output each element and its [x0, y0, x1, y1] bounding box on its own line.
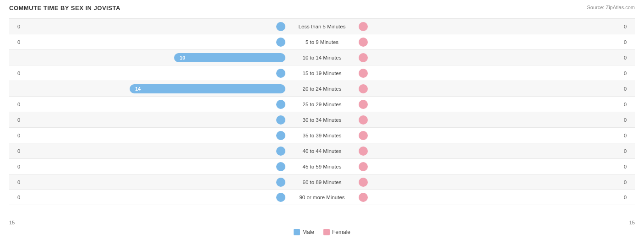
female-bar [359, 100, 368, 109]
row-label: 35 to 39 Minutes [285, 133, 359, 138]
female-value: 0 [622, 24, 635, 29]
row-label: 90 or more Minutes [285, 195, 359, 200]
female-bar [359, 84, 368, 93]
row-label: 20 to 24 Minutes [285, 86, 359, 92]
female-bar [359, 22, 368, 31]
female-bar-wrap [359, 177, 622, 187]
chart-row: 0 35 to 39 Minutes 0 [9, 127, 635, 143]
male-value: 0 [9, 164, 22, 169]
chart-title: COMMUTE TIME BY SEX IN JOVISTA [9, 5, 120, 11]
female-bar [359, 178, 368, 187]
row-inner: 10 10 to 14 Minutes 0 [9, 50, 635, 65]
row-label: 60 to 89 Minutes [285, 179, 359, 185]
chart-row: 0 Less than 5 Minutes 0 [9, 18, 635, 34]
female-bar-wrap [359, 53, 622, 63]
row-label: 15 to 19 Minutes [285, 71, 359, 76]
male-bar-wrap [22, 146, 285, 156]
male-bar-wrap [22, 22, 285, 32]
female-bar-wrap [359, 146, 622, 156]
female-value: 0 [622, 55, 635, 60]
female-bar-wrap [359, 84, 622, 94]
female-bar [359, 193, 368, 202]
female-bar [359, 38, 368, 47]
female-value: 0 [622, 164, 635, 169]
female-value: 0 [622, 86, 635, 92]
male-bar [276, 100, 285, 109]
male-bar [276, 162, 285, 171]
chart-row: 10 10 to 14 Minutes 0 [9, 49, 635, 65]
chart-row: 14 20 to 24 Minutes 0 [9, 81, 635, 96]
axis-left: 15 [9, 220, 15, 225]
male-value: 0 [9, 102, 22, 107]
row-inner: 0 90 or more Minutes 0 [9, 190, 635, 205]
male-bar-wrap [22, 177, 285, 187]
male-bar-wrap [22, 37, 285, 47]
male-bar: 10 [174, 53, 285, 62]
male-bar [276, 193, 285, 202]
female-value: 0 [622, 102, 635, 107]
female-bar [359, 147, 368, 156]
legend-female-box [323, 229, 330, 235]
female-bar-wrap [359, 130, 622, 141]
male-value: 0 [9, 24, 22, 29]
female-value: 0 [622, 195, 635, 200]
male-value: 0 [9, 195, 22, 200]
chart-row: 0 45 to 59 Minutes 0 [9, 158, 635, 174]
chart-row: 0 15 to 19 Minutes 0 [9, 65, 635, 81]
male-value: 0 [9, 39, 22, 45]
female-value: 0 [622, 71, 635, 76]
chart-row: 0 60 to 89 Minutes 0 [9, 174, 635, 190]
female-bar-wrap [359, 22, 622, 32]
female-bar-wrap [359, 99, 622, 109]
female-bar [359, 131, 368, 140]
source-text: Source: ZipAtlas.com [587, 5, 635, 10]
axis-right: 15 [629, 220, 635, 225]
chart-row: 0 25 to 29 Minutes 0 [9, 96, 635, 112]
male-bar [276, 147, 285, 156]
male-value: 0 [9, 179, 22, 185]
female-bar-wrap [359, 37, 622, 47]
legend-female: Female [323, 229, 350, 235]
row-label: 10 to 14 Minutes [285, 55, 359, 60]
male-bar-wrap [22, 115, 285, 125]
female-value: 0 [622, 148, 635, 154]
row-label: Less than 5 Minutes [285, 24, 359, 29]
male-bar [276, 22, 285, 31]
male-bar [276, 69, 285, 78]
female-bar [359, 53, 368, 62]
male-bar-wrap [22, 162, 285, 172]
rows-area: 0 Less than 5 Minutes 0 0 5 to 9 Minutes… [9, 18, 635, 214]
female-bar-wrap [359, 192, 622, 202]
chart-row: 0 40 to 44 Minutes 0 [9, 143, 635, 158]
row-label: 40 to 44 Minutes [285, 148, 359, 154]
female-bar-wrap [359, 68, 622, 78]
legend-male-label: Male [302, 229, 314, 235]
chart-row: 0 5 to 9 Minutes 0 [9, 34, 635, 49]
row-inner: 0 5 to 9 Minutes 0 [9, 34, 635, 49]
male-bar [276, 115, 285, 125]
row-label: 30 to 34 Minutes [285, 117, 359, 123]
row-label: 45 to 59 Minutes [285, 164, 359, 169]
female-value: 0 [622, 133, 635, 138]
row-inner: 0 Less than 5 Minutes 0 [9, 19, 635, 34]
female-bar [359, 115, 368, 125]
chart-row: 0 30 to 34 Minutes 0 [9, 112, 635, 127]
row-inner: 0 35 to 39 Minutes 0 [9, 128, 635, 143]
row-inner: 0 60 to 89 Minutes 0 [9, 174, 635, 190]
row-inner: 0 45 to 59 Minutes 0 [9, 159, 635, 174]
row-inner: 0 40 to 44 Minutes 0 [9, 143, 635, 158]
male-value: 0 [9, 71, 22, 76]
row-label: 5 to 9 Minutes [285, 39, 359, 45]
male-value: 0 [9, 133, 22, 138]
male-bar-wrap: 14 [22, 84, 285, 94]
female-bar-wrap [359, 162, 622, 172]
chart-row: 0 90 or more Minutes 0 [9, 190, 635, 205]
female-value: 0 [622, 179, 635, 185]
male-bar [276, 38, 285, 47]
male-bar-wrap: 10 [22, 53, 285, 63]
row-inner: 0 25 to 29 Minutes 0 [9, 97, 635, 112]
legend-male-box [294, 229, 300, 235]
male-bar [276, 178, 285, 187]
legend-area: Male Female [294, 229, 350, 235]
male-bar-wrap [22, 68, 285, 78]
